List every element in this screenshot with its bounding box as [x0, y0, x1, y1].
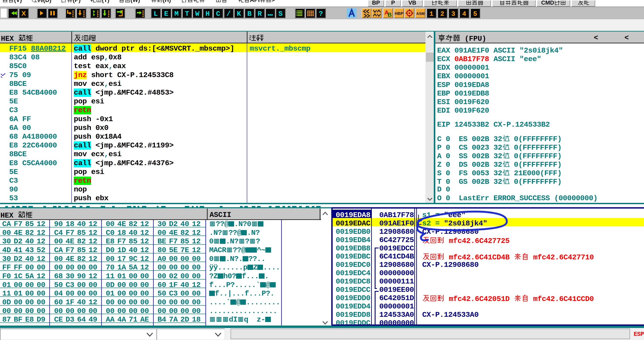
- svg-text:B: B: [388, 12, 392, 18]
- svg-text:S: S: [278, 10, 282, 18]
- svg-text:X: X: [22, 10, 26, 17]
- svg-text:B: B: [247, 10, 252, 18]
- svg-text:ASM: ASM: [416, 12, 424, 16]
- svg-text:/: /: [226, 10, 230, 18]
- svg-text:4: 4: [462, 10, 466, 18]
- svg-text:3: 3: [451, 10, 455, 18]
- svg-text:C: C: [216, 10, 220, 18]
- svg-text:1: 1: [430, 10, 433, 18]
- svg-text:?: ?: [318, 10, 323, 18]
- svg-text:2: 2: [440, 10, 444, 18]
- svg-text:T: T: [185, 10, 189, 18]
- svg-text:E: E: [164, 10, 168, 18]
- svg-text:L: L: [154, 10, 158, 18]
- svg-text:M: M: [174, 10, 178, 18]
- svg-text:R: R: [258, 10, 262, 18]
- svg-text:W: W: [195, 10, 200, 18]
- svg-text:H: H: [206, 10, 210, 18]
- svg-text:K: K: [237, 10, 241, 18]
- svg-text:HBP: HBP: [394, 11, 403, 16]
- svg-text:5: 5: [473, 10, 477, 18]
